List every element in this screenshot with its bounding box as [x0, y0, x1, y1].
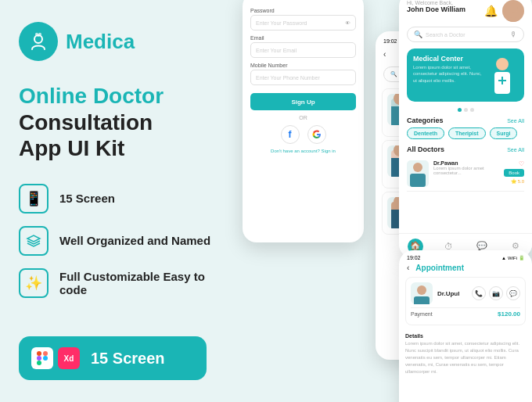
user-name: John Doe William [407, 5, 466, 13]
phone4-header: ‹ Appointment [399, 262, 532, 277]
dot-3[interactable] [470, 108, 474, 112]
svg-point-7 [496, 58, 509, 70]
small-doctor-desc-1: Lorem ipsum dolor amet consectetur... [433, 166, 499, 175]
feature-organized: Well Organized and Named [19, 226, 216, 256]
back-button[interactable]: ‹ [383, 50, 386, 59]
dot-1[interactable] [458, 108, 462, 112]
feature-organized-label: Well Organized and Named [59, 234, 210, 247]
left-panel: Medica Online Doctor Consultation App UI… [0, 0, 235, 402]
password-input[interactable]: Enter Your Password 👁 [250, 15, 356, 31]
svg-rect-3 [37, 356, 41, 361]
category-surgi[interactable]: Surgi [490, 127, 518, 139]
banner-content: Medical Center Lorem ipsum dolor sit ame… [413, 55, 482, 95]
phone-label: Mobile Number [250, 63, 356, 68]
wand-icon: ✨ [19, 268, 49, 298]
phone1-signup: Password Enter Your Password 👁 Email Ent… [243, 0, 364, 242]
social-buttons: f [250, 125, 356, 144]
small-book-btn[interactable]: Book [504, 169, 524, 177]
banner-doctor-image [487, 55, 518, 95]
small-doctor-name-1: Dr.Pawan [433, 160, 499, 166]
medical-center-banner: Medical Center Lorem ipsum dolor sit ame… [407, 48, 524, 102]
phone3-home: Hi, Welcome Back, John Doe William 🔔 🔍 S… [399, 0, 532, 258]
phone4-status-bar: 19:02 ▲WiFi🔋 [399, 250, 532, 262]
all-doctors-section: Dr.Pawan Lorem ipsum dolor amet consecte… [399, 156, 532, 192]
app-name: Medica [66, 30, 135, 54]
categories-list: Denteeth Theripist Surgi [399, 127, 532, 145]
appt-video-icon[interactable]: 📷 [489, 286, 503, 300]
appt-doctor-avatar [411, 282, 433, 304]
svg-rect-5 [37, 361, 41, 365]
google-button[interactable] [307, 125, 326, 144]
category-denteeth[interactable]: Denteeth [407, 127, 444, 139]
phone3-user-info: Hi, Welcome Back, John Doe William [407, 0, 466, 13]
email-input[interactable]: Enter Your Email [250, 42, 356, 58]
alldoctors-title: All Doctors [407, 145, 444, 153]
appt-doctor-row: Dr.Upul 📞 📷 💬 [411, 282, 520, 304]
phone3-header: Hi, Welcome Back, John Doe William 🔔 [399, 0, 532, 27]
logo-area: Medica [19, 22, 216, 61]
main-title: Online Doctor Consultation App UI Kit [19, 83, 216, 162]
payment-row: Payment $120.00 [411, 307, 520, 320]
banner-desc: Lorem ipsum dolor sit amet, consectetur … [413, 64, 482, 84]
figma-icon [31, 347, 53, 369]
banner-dots [399, 108, 532, 112]
title-line2: Consultation [19, 109, 216, 136]
appt-doctor-name: Dr.Upul [437, 290, 459, 297]
alldoctors-see-all[interactable]: See All [507, 147, 524, 153]
details-text: Lorem ipsum dolor sit amet, consectetur … [405, 340, 526, 375]
badge-label: 15 Screen [91, 350, 165, 368]
notification-icon[interactable]: 🔔 [484, 5, 498, 17]
svg-rect-2 [43, 351, 48, 356]
appt-status-signals: ▲WiFi🔋 [501, 255, 524, 260]
feature-screens: 📱 15 Screen [19, 184, 216, 214]
alldoctors-section-header: All Doctors See All [399, 145, 532, 156]
phone-input[interactable]: Enter Your Phone Number [250, 70, 356, 85]
dot-2[interactable] [464, 108, 468, 112]
facebook-button[interactable]: f [281, 125, 300, 144]
svg-point-6 [509, 3, 518, 13]
small-doctor-card-1: Dr.Pawan Lorem ipsum dolor amet consecte… [407, 156, 524, 192]
small-rating: ⭐ 5.0 [511, 178, 524, 184]
category-theripist[interactable]: Theripist [448, 127, 486, 139]
categories-section-header: Categories See All [399, 117, 532, 127]
svg-rect-1 [37, 351, 41, 356]
badge-icons: Xd [31, 347, 80, 369]
or-divider: OR [250, 115, 356, 120]
phone-icon: 📱 [19, 184, 49, 214]
small-favorite-icon[interactable]: ♡ [519, 160, 524, 167]
features-list: 📱 15 Screen Well Organized and Named ✨ F… [19, 184, 216, 298]
bottom-badge: Xd 15 Screen [19, 336, 207, 380]
feature-screens-label: 15 Screen [59, 192, 115, 205]
signup-button[interactable]: Sign Up [250, 93, 356, 110]
feature-customizable-label: Full Customizable Easy to code [59, 270, 216, 296]
title-line3: App UI Kit [19, 135, 216, 162]
title-line1: Online Doctor [19, 83, 216, 109]
appt-status-time: 19:02 [407, 255, 421, 260]
phone4-appointment: 19:02 ▲WiFi🔋 ‹ Appointment Dr.Upul 📞 [399, 250, 532, 402]
payment-label: Payment [411, 311, 433, 317]
small-doctor-avatar-1 [407, 160, 429, 187]
small-doctor-info-1: Dr.Pawan Lorem ipsum dolor amet consecte… [433, 160, 499, 175]
xd-icon: Xd [58, 347, 80, 369]
phone3-search[interactable]: 🔍 Search a Doctor 🎙 [407, 27, 524, 42]
appt-action-icons: 📞 📷 💬 [472, 286, 520, 300]
layers-icon [19, 226, 49, 256]
appt-phone-icon[interactable]: 📞 [472, 286, 486, 300]
appt-chat-icon[interactable]: 💬 [506, 286, 520, 300]
svg-rect-14 [414, 296, 430, 304]
feature-customizable: ✨ Full Customizable Easy to code [19, 268, 216, 298]
payment-amount: $120.00 [498, 310, 520, 318]
banner-title: Medical Center [413, 55, 482, 63]
svg-rect-12 [410, 174, 426, 187]
appointment-card: Dr.Upul 📞 📷 💬 Payment $120.00 [405, 277, 526, 325]
categories-see-all[interactable]: See All [507, 118, 524, 124]
email-label: Email [250, 35, 356, 41]
logo-icon [19, 22, 58, 61]
details-section: Details Lorem ipsum dolor sit amet, cons… [399, 330, 532, 379]
appt-back-button[interactable]: ‹ [407, 264, 409, 272]
appt-screen-title: Appointment [415, 264, 464, 272]
user-avatar [502, 0, 524, 22]
categories-title: Categories [407, 117, 444, 124]
password-label: Password [250, 8, 356, 13]
greeting-text: Hi, Welcome Back, [407, 0, 466, 5]
